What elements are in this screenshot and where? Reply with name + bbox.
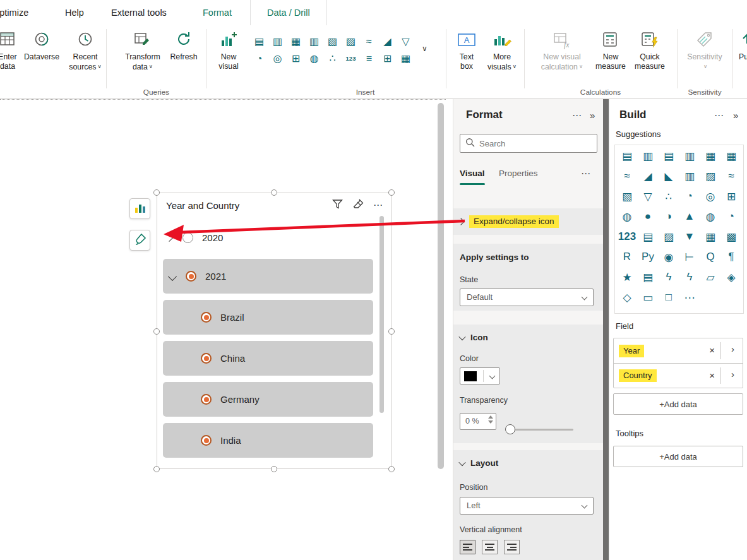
transparency-input[interactable]: 0 % xyxy=(460,413,496,430)
tab-visual[interactable]: Visual xyxy=(460,169,485,178)
tab-overflow-icon[interactable]: ⋯ xyxy=(581,168,590,179)
table[interactable]: ⊞ xyxy=(378,50,397,67)
build-pane-collapse-icon[interactable]: » xyxy=(733,110,738,121)
matrix[interactable]: ▩ xyxy=(721,227,742,247)
remove-field-icon[interactable]: × xyxy=(709,370,715,381)
stacked-column-chart[interactable]: ▥ xyxy=(638,146,659,166)
waterfall-chart[interactable]: ▧ xyxy=(617,186,638,206)
paginated-report[interactable]: ▤ xyxy=(638,267,659,287)
resize-handle[interactable] xyxy=(271,189,277,196)
decomposition-tree[interactable]: ⊢ xyxy=(679,247,700,267)
position-dropdown[interactable]: Left xyxy=(460,497,594,515)
canvas-scrollbar[interactable] xyxy=(438,103,444,469)
new-visual-button[interactable]: New visual xyxy=(212,30,245,71)
funnel-chart[interactable]: ▽ xyxy=(638,186,659,206)
more-options-icon[interactable]: ⋯ xyxy=(373,202,383,208)
area-chart[interactable]: ◢ xyxy=(638,166,659,186)
field-row-year[interactable]: Year × › xyxy=(614,338,743,363)
gauge[interactable]: ◔ xyxy=(721,206,742,227)
slicer[interactable]: ▼ xyxy=(679,227,700,247)
align-bottom-button[interactable] xyxy=(504,540,520,554)
menu-external-tools[interactable]: External tools xyxy=(111,0,167,25)
key-influencers[interactable]: ◉ xyxy=(659,247,679,267)
transform-data-button[interactable]: Transform data∨ xyxy=(120,30,165,72)
donut-chart[interactable]: ◎ xyxy=(700,186,721,206)
format-pane-scrollbar[interactable] xyxy=(603,99,609,560)
search-input[interactable] xyxy=(479,139,580,148)
card[interactable]: 123 xyxy=(342,50,360,67)
spinner-up-icon[interactable] xyxy=(488,415,493,419)
on-object-chart-type-button[interactable] xyxy=(129,198,150,219)
map[interactable]: ◍ xyxy=(617,206,638,227)
resize-handle[interactable] xyxy=(153,466,160,472)
stacked-column-chart[interactable]: ▥ xyxy=(305,33,323,50)
line-and-clustered-column-chart[interactable]: ▨ xyxy=(700,166,721,186)
layout-card-header[interactable]: Layout xyxy=(460,458,498,468)
quick-measure-button[interactable]: Quick measure xyxy=(631,30,668,71)
menu-help[interactable]: Help xyxy=(65,0,84,25)
slicer-item[interactable]: China xyxy=(163,341,373,376)
qa-visual[interactable]: Q xyxy=(700,247,721,267)
resize-handle[interactable] xyxy=(388,466,395,472)
slicer-scrollbar[interactable] xyxy=(379,216,384,413)
slicer-item[interactable]: Brazil xyxy=(163,300,373,335)
clustered-bar-chart[interactable]: ▤ xyxy=(659,146,679,166)
slicer-item[interactable]: 2021 xyxy=(163,259,373,294)
tooltips-add-data-button[interactable]: +Add data xyxy=(613,446,743,467)
refresh-button[interactable]: Refresh xyxy=(165,30,202,62)
field-options-chevron-icon[interactable]: › xyxy=(731,369,734,379)
filled-map[interactable]: ● xyxy=(638,206,659,227)
ribbon-chart[interactable]: ≈ xyxy=(721,166,742,186)
matrix[interactable]: ▦ xyxy=(397,50,415,67)
color-swatch[interactable] xyxy=(464,371,477,381)
map[interactable]: ◍ xyxy=(305,50,323,67)
power-automate[interactable]: ϟ xyxy=(679,267,700,287)
field-options-chevron-icon[interactable]: › xyxy=(731,343,734,354)
100-stacked-bar-chart[interactable]: ▦ xyxy=(287,33,305,50)
spinner-down-icon[interactable] xyxy=(488,420,493,424)
stacked-area-chart[interactable]: ◣ xyxy=(659,166,679,186)
azure-map[interactable]: ▲ xyxy=(679,206,700,227)
resize-handle[interactable] xyxy=(271,466,277,472)
transparency-slider-thumb[interactable] xyxy=(505,424,515,434)
more-visuals-button[interactable]: More visuals∨ xyxy=(484,30,520,72)
eraser-icon[interactable] xyxy=(352,198,364,212)
multi-row-card[interactable]: ▤ xyxy=(638,227,659,247)
resize-handle[interactable] xyxy=(153,328,160,335)
stacked-bar-chart[interactable]: ▤ xyxy=(250,33,268,50)
state-dropdown[interactable]: Default xyxy=(460,289,594,306)
accessible-slicer[interactable]: □ xyxy=(659,287,679,307)
arcgis-map[interactable]: ◍ xyxy=(700,206,721,227)
remove-field-icon[interactable]: × xyxy=(709,345,715,355)
format-search-box[interactable] xyxy=(460,134,597,153)
treemap[interactable]: ⊞ xyxy=(287,50,305,67)
slicer-item[interactable]: Germany xyxy=(163,382,373,417)
line-chart[interactable]: ≈ xyxy=(617,166,638,186)
line-and-stacked-column-chart[interactable]: ▥ xyxy=(679,166,700,186)
line-chart[interactable]: ≈ xyxy=(360,33,378,50)
report-canvas[interactable]: Year and Country ⋯ 2020 2021 xyxy=(0,99,446,560)
align-middle-button[interactable] xyxy=(482,540,498,554)
area-chart[interactable]: ◢ xyxy=(378,33,397,50)
kpi[interactable]: ▨ xyxy=(659,227,679,247)
menu-data-drill[interactable]: Data / Drill xyxy=(250,0,327,25)
expand-collapse-section[interactable]: Expand/collapse icon xyxy=(453,208,604,235)
build-pane-more-icon[interactable]: ⋯ xyxy=(714,110,724,121)
shape-map[interactable]: ◑ xyxy=(659,206,679,227)
new-measure-button[interactable]: New measure xyxy=(594,30,628,71)
resize-handle[interactable] xyxy=(388,328,395,335)
tab-properties[interactable]: Properties xyxy=(499,169,538,178)
multi-row-card[interactable]: ≡ xyxy=(360,50,378,67)
align-top-button[interactable] xyxy=(460,540,475,554)
scatter-chart[interactable]: ∴ xyxy=(659,186,679,206)
python-visual[interactable]: Py xyxy=(638,247,659,267)
format-pane-more-icon[interactable]: ⋯ xyxy=(572,110,582,121)
slicer-item[interactable]: 2020 xyxy=(163,223,373,251)
power-apps[interactable]: ▱ xyxy=(700,267,721,287)
expand-collapse-icon[interactable] xyxy=(168,271,177,280)
treemap[interactable]: ⊞ xyxy=(721,186,742,206)
dataverse-button[interactable]: Dataverse xyxy=(19,30,64,62)
menu-optimize[interactable]: Optimize xyxy=(0,0,28,25)
scorecard[interactable]: ◈ xyxy=(721,267,742,287)
pie-chart[interactable]: ◔ xyxy=(250,50,268,67)
